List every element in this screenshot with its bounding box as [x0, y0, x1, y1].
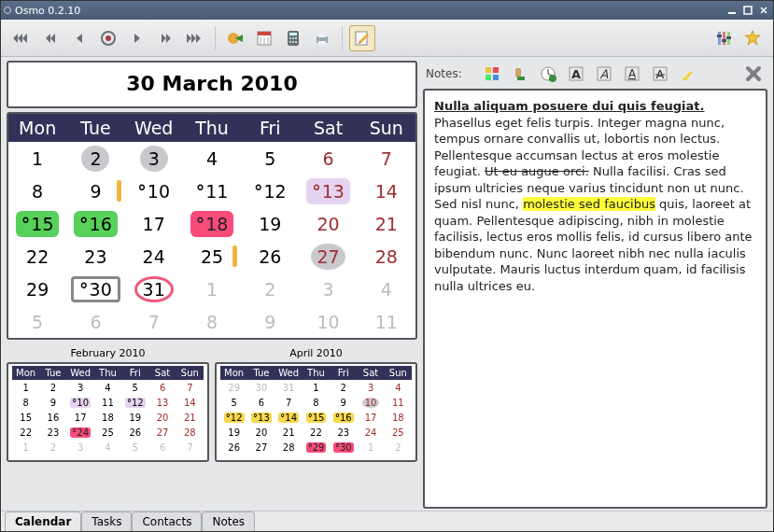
select-color-button[interactable]: [481, 63, 503, 85]
minimize-button[interactable]: [725, 4, 739, 17]
mini-day-cell[interactable]: 17: [357, 410, 384, 425]
mini-day-cell[interactable]: 5: [220, 395, 247, 410]
day-cell[interactable]: 28: [358, 240, 415, 273]
mini-day-cell[interactable]: 12: [121, 395, 148, 410]
last-year-button[interactable]: [182, 25, 208, 51]
mini-day-cell[interactable]: 14: [275, 410, 303, 425]
day-cell[interactable]: 9: [66, 175, 124, 207]
next-month-button[interactable]: [124, 25, 150, 51]
day-cell[interactable]: 15: [8, 207, 66, 240]
mini-day-cell[interactable]: 9: [330, 395, 357, 410]
mini-day-cell[interactable]: 23: [330, 425, 357, 440]
close-button[interactable]: [757, 4, 770, 17]
day-cell[interactable]: 11: [358, 305, 415, 338]
mini-day-cell[interactable]: 5: [121, 440, 148, 455]
note-text-area[interactable]: Nulla aliquam posuere dui quis feugiat. …: [423, 89, 767, 509]
italic-button[interactable]: A: [593, 63, 615, 85]
mini-day-cell[interactable]: 23: [39, 425, 66, 440]
mini-day-cell[interactable]: 24: [357, 425, 384, 440]
strike-button[interactable]: A: [649, 63, 671, 85]
day-cell[interactable]: 10: [299, 305, 357, 338]
edit-note-button[interactable]: [349, 25, 375, 51]
day-cell[interactable]: 5: [241, 142, 299, 175]
mini-day-cell[interactable]: 26: [220, 440, 247, 455]
mini-day-cell[interactable]: 3: [67, 380, 94, 395]
mini-day-cell[interactable]: 6: [247, 395, 274, 410]
mini-day-cell[interactable]: 16: [39, 410, 66, 425]
day-cell[interactable]: 26: [241, 240, 299, 273]
mini-day-cell[interactable]: 22: [303, 425, 330, 440]
day-cell[interactable]: 1: [8, 142, 66, 175]
today-button[interactable]: [95, 25, 121, 51]
day-cell[interactable]: 18: [183, 207, 241, 240]
prev-month-button[interactable]: [66, 25, 92, 51]
tab-contacts[interactable]: Contacts: [132, 511, 202, 531]
mini-day-cell[interactable]: 29: [220, 380, 247, 395]
day-cell[interactable]: 3: [299, 273, 357, 305]
mini-day-cell[interactable]: 1: [303, 380, 330, 395]
tab-notes[interactable]: Notes: [202, 511, 255, 531]
highlight-button[interactable]: [677, 63, 699, 85]
mini-day-cell[interactable]: 11: [385, 395, 412, 410]
day-cell[interactable]: 31: [125, 273, 183, 305]
insert-time-button[interactable]: [537, 63, 559, 85]
prev-year-button[interactable]: [37, 25, 63, 51]
mini-day-cell[interactable]: 4: [385, 380, 412, 395]
mini-day-cell[interactable]: 4: [94, 440, 121, 455]
mini-day-cell[interactable]: 2: [39, 380, 66, 395]
mini-day-cell[interactable]: 1: [357, 440, 384, 455]
day-cell[interactable]: 7: [358, 142, 415, 175]
mini-day-cell[interactable]: 27: [247, 440, 274, 455]
mini-day-cell[interactable]: 2: [385, 440, 412, 455]
day-cell[interactable]: 30: [66, 273, 124, 305]
day-cell[interactable]: 8: [183, 305, 241, 338]
mini-day-cell[interactable]: 10: [67, 395, 94, 410]
day-cell[interactable]: 7: [125, 305, 183, 338]
day-cell[interactable]: 3: [125, 142, 183, 175]
tab-tasks[interactable]: Tasks: [81, 511, 132, 531]
mini-day-cell[interactable]: 9: [39, 395, 66, 410]
mini-day-cell[interactable]: 15: [303, 410, 330, 425]
mini-day-cell[interactable]: 20: [247, 425, 274, 440]
mini-day-cell[interactable]: 11: [94, 395, 121, 410]
day-cell[interactable]: 22: [8, 240, 66, 273]
mini-day-cell[interactable]: 13: [148, 395, 176, 410]
day-cell[interactable]: 4: [358, 273, 415, 305]
day-cell[interactable]: 23: [66, 240, 124, 273]
tab-calendar[interactable]: Calendar: [5, 511, 81, 531]
mini-day-cell[interactable]: 1: [12, 440, 39, 455]
mini-day-cell[interactable]: 6: [148, 440, 176, 455]
about-button[interactable]: [739, 25, 766, 51]
print-button[interactable]: [309, 25, 335, 51]
maximize-button[interactable]: [741, 4, 754, 17]
mini-day-cell[interactable]: 3: [67, 440, 94, 455]
mini-day-cell[interactable]: 19: [121, 410, 148, 425]
mini-day-cell[interactable]: 8: [12, 395, 39, 410]
day-cell[interactable]: 21: [358, 207, 415, 240]
day-cell[interactable]: 14: [358, 175, 415, 207]
mini-day-cell[interactable]: 13: [247, 410, 274, 425]
mini-day-cell[interactable]: 25: [385, 425, 412, 440]
first-year-button[interactable]: [8, 25, 35, 51]
day-cell[interactable]: 20: [299, 207, 357, 240]
mini-day-cell[interactable]: 4: [94, 380, 121, 395]
mini-day-cell[interactable]: 8: [303, 395, 330, 410]
day-cell[interactable]: 9: [241, 305, 299, 338]
mini-day-cell[interactable]: 15: [12, 410, 39, 425]
mini-day-cell[interactable]: 20: [148, 410, 176, 425]
day-cell[interactable]: 10: [125, 175, 183, 207]
day-cell[interactable]: 17: [125, 207, 183, 240]
mini-day-cell[interactable]: 6: [148, 380, 176, 395]
day-cell[interactable]: 8: [8, 175, 66, 207]
mini-day-cell[interactable]: 30: [247, 380, 274, 395]
preferences-button[interactable]: [711, 25, 737, 51]
mini-day-cell[interactable]: 14: [176, 395, 204, 410]
mini-day-cell[interactable]: 19: [220, 425, 247, 440]
day-cell[interactable]: 29: [8, 273, 66, 305]
date-calc-button[interactable]: [280, 25, 306, 51]
mini-day-cell[interactable]: 5: [121, 380, 148, 395]
mini-day-cell[interactable]: 7: [275, 395, 303, 410]
day-cell[interactable]: 27: [299, 240, 357, 273]
mini-day-cell[interactable]: 28: [275, 440, 303, 455]
mini-day-cell[interactable]: 2: [330, 380, 357, 395]
